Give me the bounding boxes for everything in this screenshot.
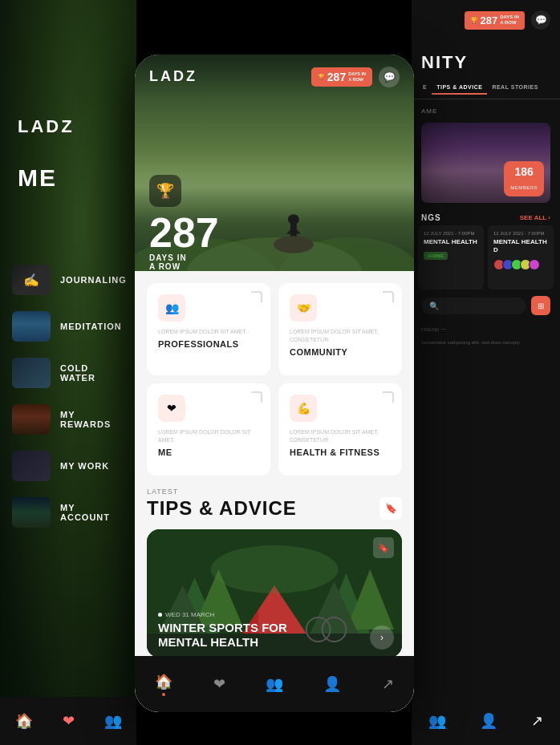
sidebar-item-my-account[interactable]: MY ACCOUNT xyxy=(0,489,136,536)
event-1-going[interactable]: GOING xyxy=(424,252,448,260)
nav-community-left[interactable]: 👥 xyxy=(104,712,122,730)
stats-trophy-icon: 🏆 xyxy=(149,175,181,207)
svg-point-6 xyxy=(274,236,314,253)
card-title-community: COMMUNITY xyxy=(290,347,391,357)
right-nav-share[interactable]: ↗ xyxy=(531,712,543,730)
share-icon-phone: ↗ xyxy=(382,675,394,693)
right-search-area: 🔍 ⊞ xyxy=(412,289,560,322)
article-card[interactable]: 🔖 WED 31 MARCH WINTER SPORTS FORMENTAL H… xyxy=(147,529,402,658)
sidebar-label-meditation: MEDITATION xyxy=(60,322,122,331)
sidebar-item-my-rewards[interactable]: MY REWARDS xyxy=(0,396,136,443)
phone-nav-profile[interactable]: 👤 xyxy=(317,671,347,697)
card-icon-me: ❤ xyxy=(158,395,185,422)
card-desc-health: LOREM IPSUM DOLOR SIT AMET, CONSETETUR xyxy=(290,428,391,444)
card-desc-me: LOREM IPSUM DOLOR DOLOR SIT AMET. xyxy=(158,428,259,444)
nav-heart-left[interactable]: ❤ xyxy=(63,712,75,730)
trophy-icon-phone: 🏆 xyxy=(318,74,325,80)
card-title-professionals: PROFESSIONALS xyxy=(158,339,259,349)
card-community[interactable]: 🤝 LOREM IPSUM DOLOR SIT AMET, CONSETETUR… xyxy=(278,283,402,375)
nav-home-left[interactable]: 🏠 xyxy=(15,712,33,730)
members-label: MEMBERS xyxy=(510,185,538,190)
card-corner-community xyxy=(383,291,394,302)
right-chat-icon[interactable]: 💬 xyxy=(531,10,550,30)
sidebar-item-cold-water[interactable]: COLD WATER xyxy=(0,350,136,396)
article-next-button[interactable]: › xyxy=(370,626,394,650)
phone-chat-button[interactable]: 💬 xyxy=(379,67,400,87)
sidebar-item-my-work[interactable]: MY WORK xyxy=(0,443,136,489)
right-search-box: 🔍 xyxy=(421,298,526,314)
right-events-header: NGS SEE ALL › xyxy=(412,207,560,225)
date-dot xyxy=(158,613,162,617)
event-2-title: MENTAL HEALTH D xyxy=(493,238,548,255)
right-filter-button[interactable]: ⊞ xyxy=(531,296,550,315)
card-corner-health xyxy=(383,391,394,403)
tab-tips-advice[interactable]: TIPS & ADVICE xyxy=(432,81,487,95)
avatar-5 xyxy=(529,259,540,270)
members-count: 186 xyxy=(510,165,538,178)
right-badge: 🏆 287 DAYS INA ROW xyxy=(465,11,526,30)
tab-e[interactable]: E xyxy=(418,81,432,95)
phone-nav-share[interactable]: ↗ xyxy=(375,671,400,697)
sidebar-label-my-account: MY ACCOUNT xyxy=(60,503,124,522)
card-professionals[interactable]: 👥 LOREM IPSUM DOLOR SIT AMET. PROFESSION… xyxy=(147,283,270,375)
right-nav-profile[interactable]: 👤 xyxy=(480,712,497,730)
card-me[interactable]: ❤ LOREM IPSUM DOLOR DOLOR SIT AMET. ME xyxy=(147,383,270,476)
right-community-image: 186 MEMBERS xyxy=(421,123,550,203)
card-title-health: HEALTH & FITNESS xyxy=(290,447,391,457)
article-bookmark-icon[interactable]: 🔖 xyxy=(373,537,394,558)
event-1-title: MENTAL HEALTH xyxy=(424,238,478,246)
stats-days-number: 287 xyxy=(149,212,219,253)
right-nav-community[interactable]: 👥 xyxy=(428,712,446,730)
event-1-date: 12 JULY 2021 - 7:00PM xyxy=(424,231,478,236)
phone-badge-number: 287 xyxy=(327,71,346,83)
right-community-title: NITY xyxy=(412,40,560,77)
sidebar-label-my-work: MY WORK xyxy=(60,461,109,471)
right-bottom-nav: 👥 👤 ↗ xyxy=(412,697,560,745)
phone-nav-favorites[interactable]: ❤ xyxy=(207,671,232,697)
phone-tips-section: LATEST TIPS & ADVICE 🔖 xyxy=(135,480,414,667)
home-nav-dot xyxy=(162,693,165,696)
phone-header: LADZ 🏆 287 DAYS INA ROW 💬 xyxy=(135,55,414,99)
card-corner-professionals xyxy=(251,291,262,302)
phone-nav-home[interactable]: 🏠 xyxy=(148,669,179,700)
card-desc-community: LOREM IPSUM DOLOR SIT AMET, CONSETETUR xyxy=(290,328,391,344)
sidebar-me-label: ME xyxy=(18,164,57,192)
sidebar-item-journaling[interactable]: ✍ JOURNALING xyxy=(0,257,136,303)
tips-label: LATEST xyxy=(147,488,402,496)
card-health-fitness[interactable]: 💪 LOREM IPSUM DOLOR SIT AMET, CONSETETUR… xyxy=(278,383,402,476)
sidebar-menu: ✍ JOURNALING MEDITATION COLD WATER MY RE… xyxy=(0,257,136,536)
article-inner: 🔖 WED 31 MARCH WINTER SPORTS FORMENTAL H… xyxy=(147,529,402,658)
sidebar-label-my-rewards: MY REWARDS xyxy=(60,410,124,429)
card-icon-professionals: 👥 xyxy=(158,294,185,322)
card-corner-me xyxy=(251,391,262,403)
right-header: 🏆 287 DAYS INA ROW 💬 xyxy=(412,0,560,40)
card-desc-professionals: LOREM IPSUM DOLOR SIT AMET. xyxy=(158,328,259,336)
left-sidebar: LADZ ME ✍ JOURNALING MEDITATION COLD WAT… xyxy=(0,0,136,745)
article-date: WED 31 MARCH xyxy=(158,611,391,618)
card-title-me: ME xyxy=(158,447,259,457)
cards-grid: 👥 LOREM IPSUM DOLOR SIT AMET. PROFESSION… xyxy=(147,283,402,476)
phone-nav-community[interactable]: 👥 xyxy=(259,671,290,697)
tips-bookmark-button[interactable]: 🔖 xyxy=(379,497,402,520)
profile-icon-phone: 👤 xyxy=(323,675,341,693)
event-card-2: 12 JULY 2021 - 7:00PM MENTAL HEALTH D xyxy=(488,225,554,289)
right-list-text: FRIEND ··· xyxy=(412,322,560,338)
stats-days-label: DAYS IN A ROW xyxy=(149,253,219,271)
right-name-section: AME xyxy=(412,99,560,119)
tab-real-stories[interactable]: REAL STORIES xyxy=(487,81,542,95)
right-list-text-2: consectetur sadipscing elitr, sed diam n… xyxy=(412,338,560,349)
thumb-work xyxy=(12,451,51,481)
right-see-all[interactable]: SEE ALL › xyxy=(520,214,550,221)
thumb-cold-water xyxy=(12,358,51,388)
sidebar-label-cold-water: COLD WATER xyxy=(60,363,124,383)
right-events-title: NGS xyxy=(421,213,441,222)
community-icon-phone: 👥 xyxy=(266,675,283,693)
card-icon-community: 🤝 xyxy=(290,294,317,322)
event-2-date: 12 JULY 2021 - 7:00PM xyxy=(493,231,548,236)
thumb-meditation xyxy=(12,311,51,342)
right-badge-num: 287 xyxy=(481,14,498,26)
sidebar-item-meditation[interactable]: MEDITATION xyxy=(0,303,136,350)
phone-streak-badge: 🏆 287 DAYS INA ROW xyxy=(311,67,372,87)
search-icon-right: 🔍 xyxy=(429,302,439,310)
right-panel: 🏆 287 DAYS INA ROW 💬 NITY E TIPS & ADVIC… xyxy=(412,0,560,745)
